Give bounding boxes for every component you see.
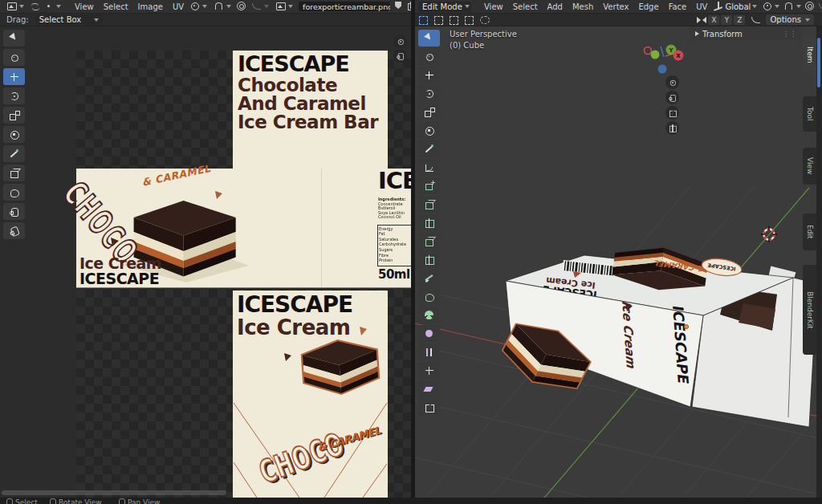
transform-panel-header[interactable]: Transform ⋮⋮ [690, 27, 801, 40]
options-dropdown[interactable]: Options [766, 14, 814, 25]
tool-spin-button[interactable] [418, 307, 440, 323]
magnet-icon [214, 2, 224, 11]
menu-image[interactable]: Image [133, 2, 168, 11]
snap-dropdown[interactable] [783, 2, 802, 12]
proportional-editing-icon[interactable] [805, 2, 815, 11]
uv-horizontal-scrollbar[interactable] [2, 490, 226, 495]
uv-tool-settings: Drag: Select Box [0, 14, 411, 26]
tool-loop-cut-button[interactable] [418, 251, 440, 268]
tool-smear-button[interactable] [3, 222, 25, 239]
tool-cursor-button[interactable] [3, 49, 25, 66]
mirror-x-button[interactable]: X [708, 15, 719, 25]
mode-label: Edit Mode [422, 2, 462, 11]
tool-scale-button[interactable] [3, 107, 25, 124]
editor-type-button[interactable] [3, 2, 28, 12]
tool-measure-button[interactable] [418, 159, 440, 176]
tool-annotate-button[interactable] [418, 140, 440, 157]
pan-gizmo[interactable] [393, 49, 407, 63]
tool-smooth-button[interactable] [418, 325, 440, 342]
tool-select-box-button[interactable] [3, 30, 25, 47]
viewport-scrollbar-thumb[interactable] [817, 38, 820, 87]
tool-shrink-fatten-button[interactable] [418, 362, 440, 379]
menu-face[interactable]: Face [664, 2, 692, 11]
tool-inset-button[interactable] [418, 214, 440, 231]
active-tool-dropdown[interactable]: Select Box [35, 14, 103, 25]
tool-poly-build-button[interactable] [418, 288, 440, 305]
gizmo-axis-neg-y[interactable] [651, 51, 660, 59]
viewport-pan-button[interactable] [665, 91, 679, 104]
menu-select[interactable]: Select [99, 2, 133, 11]
menu-select[interactable]: Select [508, 2, 543, 11]
select-box-variant-icon[interactable] [419, 15, 429, 25]
fake-user-icon[interactable] [394, 2, 404, 11]
menu-uv[interactable]: UV [168, 2, 189, 11]
select-subtract-icon[interactable] [450, 15, 459, 25]
texture-bottom-brand: ICESCAPE [237, 294, 352, 316]
tool-add-cube-button[interactable] [418, 177, 440, 194]
pivot-dropdown[interactable] [189, 2, 209, 12]
box-mesh[interactable]: Ice Cream ICESCAPE & CARAMEL ICESCAPE [497, 242, 817, 427]
snap-dropdown[interactable] [213, 2, 233, 12]
mirror-y-button[interactable]: Y [721, 15, 732, 25]
tool-annotate-button[interactable] [3, 145, 25, 162]
select-difference-icon[interactable] [465, 15, 474, 25]
nutrition-row: Protein [379, 258, 411, 263]
falloff-dropdown[interactable] [818, 2, 822, 12]
tab-edit[interactable]: Edit [803, 213, 816, 250]
viewport-zoom-button[interactable] [665, 75, 679, 89]
viewport-ortho-button[interactable] [665, 121, 679, 135]
nutrition-row: Sugars [379, 247, 411, 253]
zoom-gizmo[interactable] [393, 35, 407, 48]
menu-add[interactable]: Add [543, 2, 568, 11]
tool-edge-slide-button[interactable] [418, 343, 440, 360]
mode-dropdown[interactable]: Edit Mode [418, 2, 471, 12]
tab-view[interactable]: View [803, 148, 816, 185]
image-browse-dropdown[interactable] [275, 2, 295, 12]
tool-transform-button[interactable] [418, 122, 440, 139]
tool-move-button[interactable] [3, 68, 25, 85]
tool-extrude-button[interactable] [418, 196, 440, 213]
tool-grab-button[interactable] [3, 165, 25, 181]
viewport-tool-settings-right: X Y Z Options [697, 14, 822, 25]
tab-item[interactable]: Item [803, 35, 816, 74]
sticky-select-dropdown[interactable] [40, 2, 65, 12]
tool-transform-button[interactable] [3, 126, 25, 143]
tool-shear-button[interactable] [418, 380, 440, 397]
tool-rotate-button[interactable] [3, 87, 25, 104]
tool-relax-button[interactable] [3, 184, 25, 201]
viewport-scene[interactable]: Ice Cream ICESCAPE & CARAMEL ICESCAPE [415, 26, 822, 498]
chevron-down-icon [465, 5, 470, 8]
menu-edge[interactable]: Edge [633, 2, 663, 11]
tool-knife-button[interactable] [418, 270, 440, 287]
viewport-camera-button[interactable] [665, 106, 679, 120]
tab-tool[interactable]: Tool [803, 96, 816, 132]
menu-view[interactable]: View [479, 2, 508, 11]
drag-label: Drag: [6, 15, 29, 24]
tool-scale-button[interactable] [418, 104, 440, 120]
menu-vertex[interactable]: Vertex [598, 2, 633, 11]
gizmo-axis-neg-x[interactable] [645, 47, 652, 55]
tool-bevel-button[interactable] [418, 233, 440, 250]
image-name-field[interactable]: forexporticreambar.png [299, 2, 390, 11]
tool-rotate-button[interactable] [418, 85, 440, 102]
tool-rip-region-button[interactable] [418, 399, 440, 416]
select-intersect-icon[interactable] [480, 15, 490, 25]
transform-icon [10, 130, 19, 140]
tool-move-button[interactable] [418, 67, 440, 83]
tool-select-box-button[interactable] [418, 30, 440, 47]
falloff-dropdown[interactable] [250, 2, 271, 12]
tab-blenderkit[interactable]: BlenderKit [803, 265, 816, 355]
pivot-dropdown[interactable] [762, 2, 780, 12]
navigation-gizmo[interactable]: Y X [641, 42, 689, 82]
proportional-editing-icon[interactable] [237, 2, 246, 11]
tool-cursor-button[interactable] [418, 48, 440, 65]
orientation-dropdown[interactable]: Global [712, 2, 759, 12]
texture-info-brand: ICESCAPE [378, 169, 411, 193]
mirror-z-button[interactable]: Z [734, 15, 745, 25]
select-extend-icon[interactable] [434, 15, 444, 25]
menu-uv[interactable]: UV [691, 2, 712, 11]
menu-mesh[interactable]: Mesh [568, 2, 598, 11]
menu-view[interactable]: View [70, 2, 99, 11]
tool-pinch-button[interactable] [3, 203, 25, 220]
gizmo-axis-neg-z[interactable] [658, 65, 667, 74]
